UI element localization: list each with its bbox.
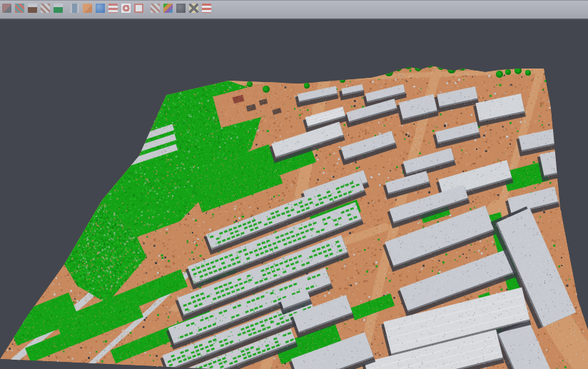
pointcloud-canvas[interactable] (0, 0, 588, 369)
globe-icon[interactable] (96, 4, 105, 13)
multi-point-tool-icon[interactable] (15, 4, 24, 13)
classification-palette-icon[interactable] (163, 4, 173, 13)
flag-stripes-icon[interactable] (202, 4, 211, 13)
orange-tile-icon[interactable] (83, 4, 92, 13)
red-stripes-icon[interactable] (108, 4, 118, 13)
crop-corners-icon[interactable] (134, 4, 143, 13)
cross-tile-icon[interactable] (189, 4, 198, 13)
checker-tile-icon[interactable] (151, 4, 160, 13)
terrain-icon[interactable] (28, 4, 37, 13)
3d-viewport[interactable] (0, 0, 588, 369)
vegetation-terrain-icon[interactable] (54, 4, 63, 13)
profile-tool-icon[interactable] (70, 4, 79, 13)
target-ring-icon[interactable] (121, 4, 131, 13)
binoculars-icon[interactable] (176, 4, 186, 13)
sparse-points-icon[interactable] (41, 4, 50, 13)
toolbar (0, 0, 588, 20)
selection-tool-icon[interactable] (2, 4, 11, 13)
